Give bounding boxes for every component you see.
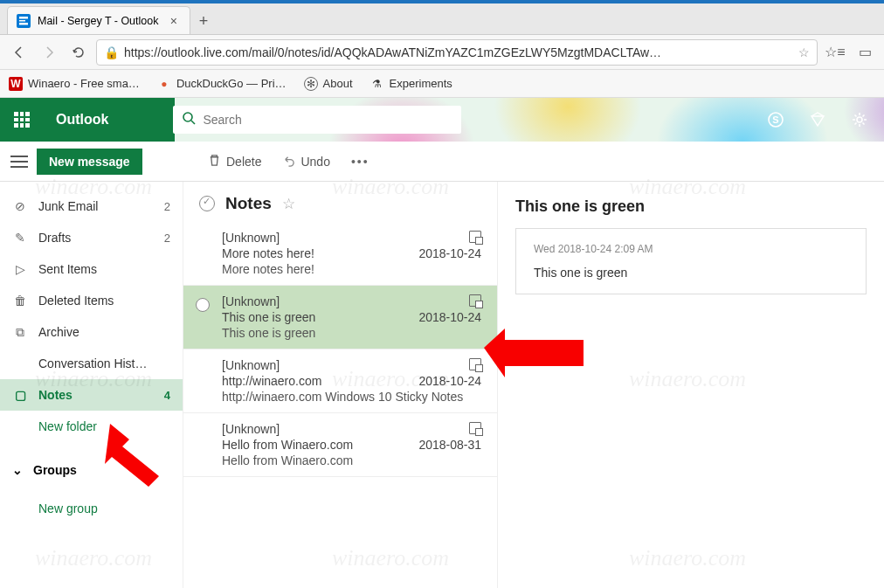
- search-box[interactable]: [173, 106, 461, 134]
- command-bar: New message Delete Undo •••: [0, 142, 884, 182]
- lock-icon: 🔒: [104, 45, 119, 59]
- skype-icon[interactable]: S: [756, 98, 795, 142]
- note-list-title: Notes: [225, 194, 272, 213]
- url-field[interactable]: 🔒 https://outlook.live.com/mail/0/notes/…: [96, 39, 818, 66]
- note-subject: Hello from Winaero.com: [222, 438, 353, 452]
- svg-text:S: S: [772, 114, 778, 125]
- trash-icon: [208, 154, 221, 169]
- note-type-icon: [469, 294, 481, 307]
- bookmark-winaero[interactable]: WWinaero - Free sma…: [9, 77, 140, 91]
- note-preview: More notes here!: [222, 262, 481, 276]
- ellipsis-icon: •••: [351, 155, 369, 169]
- note-item[interactable]: [Unknown] http://winaero.com2018-10-24 h…: [183, 349, 497, 413]
- folder-name: Notes: [38, 388, 154, 402]
- note-preview: This one is green: [222, 326, 481, 340]
- favorites-button[interactable]: ☆≡: [823, 40, 847, 65]
- folder-notes[interactable]: ▢ Notes 4: [0, 379, 183, 411]
- forward-button[interactable]: [37, 40, 61, 65]
- chevron-down-icon: ⌄: [12, 463, 23, 477]
- note-date: 2018-10-24: [418, 246, 481, 260]
- flask-icon: ⚗: [370, 77, 384, 91]
- waffle-icon: [14, 112, 30, 128]
- note-date: 2018-08-31: [418, 438, 481, 452]
- bookmark-duckduckgo[interactable]: ●DuckDuckGo — Pri…: [157, 77, 287, 91]
- browser-tab[interactable]: Mail - Sergey T - Outlook ×: [7, 6, 190, 34]
- tab-title: Mail - Sergey T - Outlook: [38, 15, 158, 27]
- note-title: This one is green: [515, 197, 867, 216]
- note-select-checkbox[interactable]: [196, 298, 210, 312]
- settings-icon[interactable]: [840, 98, 879, 142]
- select-all-checkbox[interactable]: [199, 196, 215, 211]
- folder-sent-items[interactable]: ▷ Sent Items: [0, 253, 183, 285]
- new-folder-link[interactable]: New folder: [0, 411, 183, 442]
- folder-icon: ⧉: [12, 325, 28, 340]
- app-launcher-button[interactable]: [0, 98, 44, 142]
- svg-line-1: [191, 121, 195, 124]
- folder-drafts[interactable]: ✎ Drafts 2: [0, 222, 183, 253]
- note-date: Wed 2018-10-24 2:09 AM: [534, 243, 848, 255]
- note-type-icon: [469, 358, 481, 370]
- hamburger-button[interactable]: [9, 151, 30, 172]
- note-card: Wed 2018-10-24 2:09 AM This one is green: [515, 228, 867, 294]
- folder-archive[interactable]: ⧉ Archive: [0, 316, 183, 348]
- folder-name: Archive: [38, 325, 160, 339]
- note-item[interactable]: [Unknown] This one is green2018-10-24 Th…: [183, 286, 497, 349]
- note-item[interactable]: [Unknown] More notes here!2018-10-24 Mor…: [183, 222, 497, 286]
- note-from: [Unknown]: [222, 231, 280, 245]
- new-tab-button[interactable]: +: [190, 8, 217, 34]
- browser-addressbar: 🔒 https://outlook.live.com/mail/0/notes/…: [0, 35, 884, 70]
- folder-name: Conversation Hist…: [38, 356, 160, 370]
- bookmark-about[interactable]: ✻About: [304, 77, 353, 91]
- star-icon[interactable]: ☆: [798, 45, 810, 59]
- folder-junk-email[interactable]: ⊘ Junk Email 2: [0, 190, 183, 222]
- note-item[interactable]: [Unknown] Hello from Winaero.com2018-08-…: [183, 413, 497, 477]
- outlook-brand[interactable]: Outlook: [44, 112, 121, 128]
- outlook-header: Outlook S: [0, 98, 884, 142]
- url-text: https://outlook.live.com/mail/0/notes/id…: [124, 45, 793, 59]
- groups-header[interactable]: ⌄ Groups: [0, 453, 183, 488]
- folder-icon: ▢: [12, 388, 28, 402]
- tab-close-icon[interactable]: ×: [167, 14, 181, 28]
- note-date: 2018-10-24: [418, 310, 481, 324]
- new-group-link[interactable]: New group: [0, 493, 183, 524]
- search-input[interactable]: [203, 113, 452, 127]
- bookmarks-bar: WWinaero - Free sma… ●DuckDuckGo — Pri… …: [0, 70, 884, 98]
- back-button[interactable]: [7, 40, 31, 65]
- folder-deleted-items[interactable]: 🗑 Deleted Items: [0, 285, 183, 316]
- outlook-favicon: [17, 14, 31, 28]
- new-message-button[interactable]: New message: [37, 149, 142, 175]
- folder-name: Junk Email: [38, 199, 154, 213]
- note-from: [Unknown]: [222, 422, 280, 436]
- favorite-star-icon[interactable]: ☆: [282, 195, 295, 213]
- note-subject: This one is green: [222, 310, 315, 324]
- diamond-icon[interactable]: [798, 98, 837, 142]
- folder-count: 2: [164, 232, 170, 245]
- note-subject: More notes here!: [222, 246, 314, 260]
- folder-pane: ⊘ Junk Email 2✎ Drafts 2▷ Sent Items 🗑 D…: [0, 182, 183, 588]
- search-icon: [182, 111, 196, 128]
- note-list-pane: Notes ☆ [Unknown] More notes here!2018-1…: [183, 182, 498, 588]
- note-preview: http://winaero.com Windows 10 Sticky Not…: [222, 390, 481, 404]
- svg-point-4: [857, 117, 862, 122]
- undo-icon: [282, 154, 295, 169]
- refresh-button[interactable]: [66, 40, 91, 65]
- more-actions-button[interactable]: •••: [342, 149, 378, 174]
- note-subject: http://winaero.com: [222, 374, 321, 388]
- folder-name: Sent Items: [38, 262, 160, 276]
- folder-icon: ⊘: [12, 199, 28, 213]
- svg-point-0: [183, 113, 192, 121]
- folder-count: 4: [164, 389, 170, 402]
- folder-name: Drafts: [38, 231, 154, 245]
- note-from: [Unknown]: [222, 294, 280, 308]
- note-body: This one is green: [534, 266, 848, 280]
- undo-button[interactable]: Undo: [273, 149, 338, 175]
- main-area: ⊘ Junk Email 2✎ Drafts 2▷ Sent Items 🗑 D…: [0, 182, 884, 588]
- browser-tabbar: Mail - Sergey T - Outlook × +: [0, 3, 884, 35]
- folder-conversation-hist-[interactable]: Conversation Hist…: [0, 348, 183, 379]
- note-preview: Hello from Winaero.com: [222, 453, 481, 467]
- folder-icon: ✎: [12, 231, 28, 245]
- reading-list-button[interactable]: ▭: [853, 40, 877, 65]
- delete-button[interactable]: Delete: [199, 149, 270, 175]
- bookmark-experiments[interactable]: ⚗Experiments: [370, 77, 452, 91]
- folder-icon: ▷: [12, 262, 28, 276]
